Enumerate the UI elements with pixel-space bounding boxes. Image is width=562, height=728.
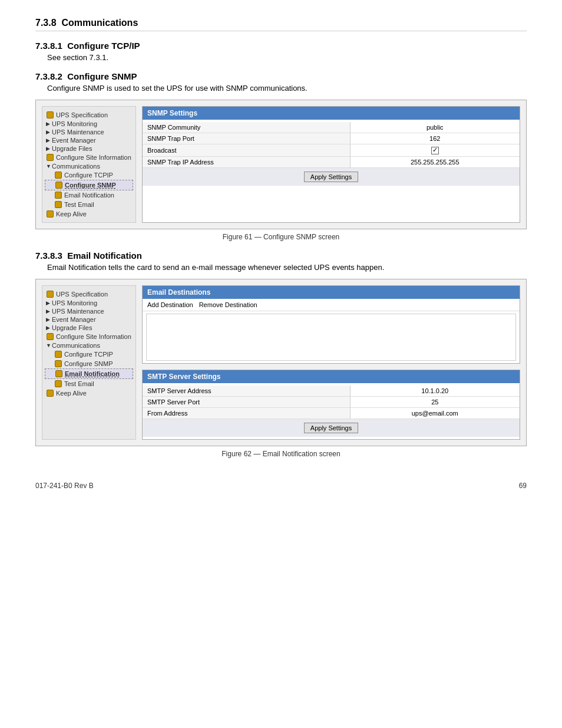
remove-destination-button[interactable]: Remove Destination [199,301,257,308]
snmp-trap-port-value: 162 [350,133,520,144]
nav-configure-site[interactable]: Configure Site Information [45,153,133,162]
arrow-icon: ▶ [46,121,51,127]
snmp-panel-header: SNMP Settings [143,107,520,120]
page-footer: 017-241-B0 Rev B 69 [35,482,527,490]
snmp-trap-ip-label: SNMP Trap IP Address [143,156,350,167]
email-dest-header: Email Destinations [143,286,520,299]
email-dest-list[interactable] [146,314,516,361]
email-nav-panel: UPS Specification ▶ UPS Monitoring ▶ UPS… [42,285,136,440]
table-row: SMTP Server Port 25 [143,397,520,408]
snmp-apply-button[interactable]: Apply Settings [304,172,358,182]
arrow-icon: ▶ [46,129,51,135]
smtp-server-address-value: 10.1.0.20 [350,386,520,397]
nav-communications[interactable]: ▼ Communications [45,162,133,170]
nav-keep-alive-2[interactable]: Keep Alive [45,388,133,398]
subsection-text-2: Configure SNMP is used to set the UPS fo… [47,84,527,93]
nav-ups-maintenance-2[interactable]: ▶ UPS Maintenance [45,307,133,315]
broadcast-value [350,144,520,157]
smtp-server-port-label: SMTP Server Port [143,397,350,408]
gear-icon [54,350,62,358]
email-figure: UPS Specification ▶ UPS Monitoring ▶ UPS… [35,279,527,446]
snmp-nav-panel: UPS Specification ▶ UPS Monitoring ▶ UPS… [42,106,136,223]
gear-icon [54,200,62,209]
snmp-community-label: SNMP Community [143,122,350,133]
broadcast-label: Broadcast [143,144,350,157]
nav-event-manager-2[interactable]: ▶ Event Manager [45,315,133,324]
nav-configure-snmp[interactable]: Configure SNMP [45,180,133,190]
nav-upgrade-files-2[interactable]: ▶ Upgrade Files [45,324,133,332]
nav-test-email-2[interactable]: Test Email [45,379,133,388]
gear-icon [54,380,62,388]
snmp-content-panel: SNMP Settings SNMP Community public SNMP… [142,106,520,223]
gear-icon [55,181,63,189]
table-row: SNMP Community public [143,122,520,133]
nav-ups-specification-2[interactable]: UPS Specification [45,289,133,299]
nav-configure-tcpip[interactable]: Configure TCPIP [45,170,133,180]
nav-email-notification[interactable]: Email Notification [45,190,133,200]
gear-icon [46,389,54,397]
gear-icon [54,191,62,199]
smtp-settings-table: SMTP Server Address 10.1.0.20 SMTP Serve… [143,386,520,419]
snmp-settings-table: SNMP Community public SNMP Trap Port 162… [143,122,520,168]
subsection-heading-3: 7.3.8.3 Email Notification [35,251,527,261]
smtp-server-port-value: 25 [350,397,520,408]
subsection-heading-1: 7.3.8.1 Configure TCP/IP [35,41,527,51]
from-address-label: From Address [143,408,350,419]
footer-right: 69 [519,482,527,490]
smtp-panel-header: SMTP Server Settings [143,370,520,383]
smtp-server-address-label: SMTP Server Address [143,386,350,397]
email-content-area: Email Destinations Add Destination Remov… [142,285,520,440]
section-heading: 7.3.8 Communications [35,18,527,31]
snmp-trap-port-label: SNMP Trap Port [143,133,350,144]
table-row: SNMP Trap Port 162 [143,133,520,144]
subsection-text-3: Email Notification tells the card to sen… [47,263,527,272]
from-address-value: ups@email.com [350,408,520,419]
subsection-heading-2: 7.3.8.2 Configure SNMP [35,71,527,81]
email-figure-caption: Figure 62 — Email Notification screen [35,450,527,458]
nav-event-manager[interactable]: ▶ Event Manager [45,136,133,144]
nav-ups-monitoring-2[interactable]: ▶ UPS Monitoring [45,299,133,307]
gear-icon [54,360,62,368]
nav-ups-maintenance[interactable]: ▶ UPS Maintenance [45,128,133,136]
email-dest-panel: Email Destinations Add Destination Remov… [142,285,520,364]
nav-communications-2[interactable]: ▼ Communications [45,341,133,350]
arrow-icon: ▶ [46,300,51,306]
snmp-figure: UPS Specification ▶ UPS Monitoring ▶ UPS… [35,100,527,229]
smtp-panel-body: SMTP Server Address 10.1.0.20 SMTP Serve… [143,383,520,439]
footer-left: 017-241-B0 Rev B [35,482,94,490]
smtp-panel: SMTP Server Settings SMTP Server Address… [142,370,520,440]
table-row: From Address ups@email.com [143,408,520,419]
gear-icon [46,290,54,298]
nav-email-notification-2[interactable]: Email Notification [45,368,133,379]
arrow-icon: ▶ [46,325,51,331]
gear-icon [46,153,54,162]
gear-icon [46,210,54,218]
email-apply-row: Apply Settings [143,419,520,437]
nav-ups-specification[interactable]: UPS Specification [45,110,133,120]
arrow-icon: ▶ [46,308,51,314]
arrow-icon: ▼ [46,342,51,348]
table-row: SMTP Server Address 10.1.0.20 [143,386,520,397]
snmp-apply-row: Apply Settings [143,168,520,186]
table-row: Broadcast [143,144,520,157]
arrow-icon: ▼ [46,163,51,169]
snmp-trap-ip-value: 255.255.255.255 [350,156,520,167]
nav-configure-snmp-2[interactable]: Configure SNMP [45,359,133,368]
broadcast-checkbox[interactable] [431,147,439,154]
email-apply-button[interactable]: Apply Settings [304,423,358,433]
nav-configure-tcpip-2[interactable]: Configure TCPIP [45,350,133,359]
gear-icon [46,111,54,119]
snmp-panel-body: SNMP Community public SNMP Trap Port 162… [143,120,520,188]
snmp-figure-caption: Figure 61 — Configure SNMP screen [35,233,527,241]
nav-keep-alive[interactable]: Keep Alive [45,209,133,219]
nav-configure-site-2[interactable]: Configure Site Information [45,332,133,341]
arrow-icon: ▶ [46,146,51,151]
nav-ups-monitoring[interactable]: ▶ UPS Monitoring [45,120,133,128]
arrow-icon: ▶ [46,137,51,143]
gear-icon [55,370,63,378]
snmp-community-value: public [350,122,520,133]
nav-test-email[interactable]: Test Email [45,200,133,209]
nav-upgrade-files[interactable]: ▶ Upgrade Files [45,144,133,153]
arrow-icon: ▶ [46,317,51,322]
add-destination-button[interactable]: Add Destination [147,301,193,308]
